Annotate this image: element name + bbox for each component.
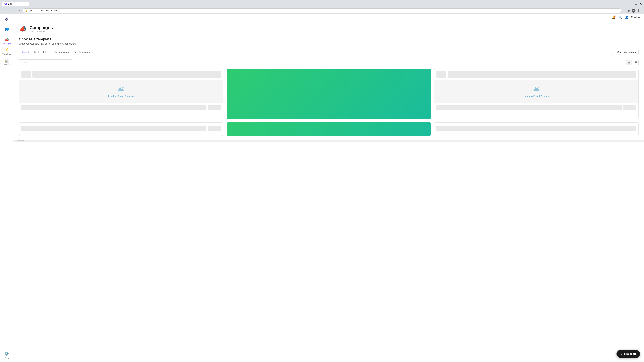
- footer-row2-block-3: [436, 126, 636, 131]
- url-text: getdrip.com/7641396/templates: [29, 9, 619, 12]
- sidebar-campaigns-label: Campaigns: [2, 42, 12, 44]
- extensions-icon[interactable]: ▦: [628, 9, 630, 12]
- view-toggles: ⊞ ☰: [626, 60, 639, 65]
- template-row2-footer-3: [434, 122, 638, 135]
- url-bar[interactable]: 🔒 getdrip.com/7641396/templates: [23, 8, 622, 13]
- sidebar-people-label: People: [4, 32, 10, 34]
- bookmark-icon[interactable]: ☆: [623, 9, 626, 12]
- page-content: 📣 Campaigns Email Templates Choose a tem…: [14, 21, 644, 140]
- active-tab[interactable]: D Drip ✕: [2, 1, 29, 6]
- tabs-bar: Recent My templates Drip templates Text …: [19, 49, 639, 55]
- sidebar-workflows-label: Workflows: [2, 53, 11, 55]
- template-card-2[interactable]: Loading Email Preview: [434, 69, 639, 119]
- sidebar-settings-label: Settings: [3, 357, 10, 359]
- template-card-preview-2: Loading Email Preview: [434, 80, 638, 103]
- footer-block-small-2: [623, 105, 636, 110]
- sidebar-item-workflows[interactable]: ⚡ Workflows: [1, 46, 12, 56]
- horizontal-scrollbar[interactable]: [14, 140, 644, 142]
- profile-label: Incognito: [630, 10, 637, 11]
- template-row2-footer-1: [19, 122, 223, 135]
- loading-mountain-icon: [117, 85, 125, 93]
- template-card-featured[interactable]: [226, 69, 431, 119]
- browser-menu-button[interactable]: ⋮: [637, 9, 640, 12]
- template-card-row2-1[interactable]: [19, 122, 223, 136]
- svg-point-6: [538, 87, 539, 88]
- sidebar-item-people[interactable]: 👥 People: [1, 26, 12, 35]
- tab-my-templates[interactable]: My templates: [32, 49, 51, 55]
- footer-block-large-2: [436, 105, 622, 110]
- search-input-wrap: [19, 59, 72, 65]
- tab-recent[interactable]: Recent: [19, 49, 32, 55]
- tab-text-templates-label: Text Templates: [74, 51, 90, 53]
- template-card-footer-2: [434, 103, 638, 112]
- list-view-button[interactable]: ☰: [632, 60, 639, 65]
- tab-close-button[interactable]: ✕: [24, 2, 26, 5]
- tab-recent-label: Recent: [22, 51, 29, 53]
- page-header-text: Campaigns Email Templates: [30, 25, 53, 33]
- footer-row2-block-1: [21, 126, 206, 131]
- svg-text:☺: ☺: [4, 17, 9, 22]
- footer-block-small: [208, 105, 221, 110]
- app-header: 🔔 🔍 👤 Moodjoy: [14, 14, 644, 21]
- settings-icon: ⚙️: [4, 352, 9, 356]
- grid-view-button[interactable]: ⊞: [626, 60, 632, 65]
- search-bar-container: ⊞ ☰: [19, 59, 639, 65]
- campaigns-icon: 📣: [4, 37, 9, 42]
- browser-chrome: D Drip ✕ + — ▭ ✕ ← → ↻ 🔒 getdrip.com/764…: [0, 0, 644, 14]
- tab-drip-templates-label: Drip templates: [54, 51, 69, 53]
- footer-row2-block-sm-1: [208, 126, 221, 131]
- page-header: 📣 Campaigns Email Templates: [19, 25, 639, 33]
- drip-support-button[interactable]: Drip Support: [616, 350, 640, 358]
- search-input[interactable]: [19, 59, 72, 65]
- forward-button[interactable]: →: [10, 8, 15, 13]
- new-tab-button[interactable]: +: [30, 1, 34, 6]
- template-card-footer: [19, 103, 223, 112]
- main-content: 🔔 🔍 👤 Moodjoy 📣 Campaigns Email Template…: [14, 14, 644, 362]
- sidebar-item-campaigns[interactable]: 📣 Campaigns: [1, 36, 12, 46]
- template-card-header: [19, 69, 223, 80]
- search-icon[interactable]: 🔍: [618, 15, 622, 19]
- template-card[interactable]: Loading Email Preview: [19, 69, 223, 119]
- template-card-row2-3[interactable]: [434, 122, 639, 136]
- people-icon: 👥: [4, 27, 9, 31]
- template-card-header-2: [434, 69, 638, 80]
- analytics-icon: 📊: [4, 58, 9, 63]
- back-button[interactable]: ←: [4, 8, 9, 13]
- workflows-icon: ⚡: [4, 48, 9, 52]
- card-header-block-small: [21, 71, 31, 78]
- lock-icon: 🔒: [25, 9, 28, 12]
- drip-logo-icon: ☺: [4, 16, 10, 22]
- start-from-scratch-button[interactable]: + Start from scratch: [612, 49, 639, 55]
- tab-text-templates[interactable]: Text Templates: [72, 49, 92, 55]
- card-header-block-large-2: [448, 71, 636, 78]
- minimize-button[interactable]: —: [627, 2, 632, 5]
- page-title: Campaigns: [30, 25, 53, 30]
- window-controls: — ▭ ✕: [627, 2, 642, 5]
- notification-icon[interactable]: 🔔: [612, 15, 616, 19]
- sidebar-item-analytics[interactable]: 📊 Analytics: [1, 57, 12, 67]
- template-card-row2-green[interactable]: [226, 122, 431, 136]
- section-subtitle: Whatever your goal may be, let us help y…: [19, 42, 639, 45]
- page-header-icon: 📣: [19, 25, 27, 33]
- svg-point-5: [122, 87, 124, 88]
- template-grid: Loading Email Preview: [19, 69, 639, 119]
- scrollbar-thumb[interactable]: [18, 140, 24, 141]
- sidebar-item-settings[interactable]: ⚙️ Settings: [1, 350, 12, 360]
- sidebar-logo[interactable]: ☺: [3, 16, 10, 23]
- tab-drip-templates[interactable]: Drip templates: [51, 49, 72, 55]
- app-layout: ☺ 👥 People 📣 Campaigns ⚡ Workflows 📊 Ana…: [0, 14, 644, 362]
- tab-title: Drip: [8, 3, 12, 5]
- loading-preview-text: Loading Email Preview: [108, 95, 134, 97]
- reload-button[interactable]: ↻: [17, 8, 21, 13]
- card-header-block-large: [32, 71, 221, 78]
- drip-support-label: Drip Support: [620, 353, 636, 355]
- user-account-icon[interactable]: 👤: [625, 15, 628, 19]
- notification-badge: [614, 15, 616, 17]
- browser-profile-button[interactable]: Incognito: [632, 8, 636, 12]
- header-user[interactable]: Moodjoy: [631, 16, 640, 18]
- start-from-scratch-label: + Start from scratch: [615, 51, 636, 53]
- loading-preview-text-2: Loading Email Preview: [524, 95, 549, 97]
- maximize-button[interactable]: ▭: [634, 2, 638, 5]
- browser-toolbar: ← → ↻ 🔒 getdrip.com/7641396/templates ☆ …: [2, 7, 642, 14]
- close-window-button[interactable]: ✕: [640, 2, 642, 5]
